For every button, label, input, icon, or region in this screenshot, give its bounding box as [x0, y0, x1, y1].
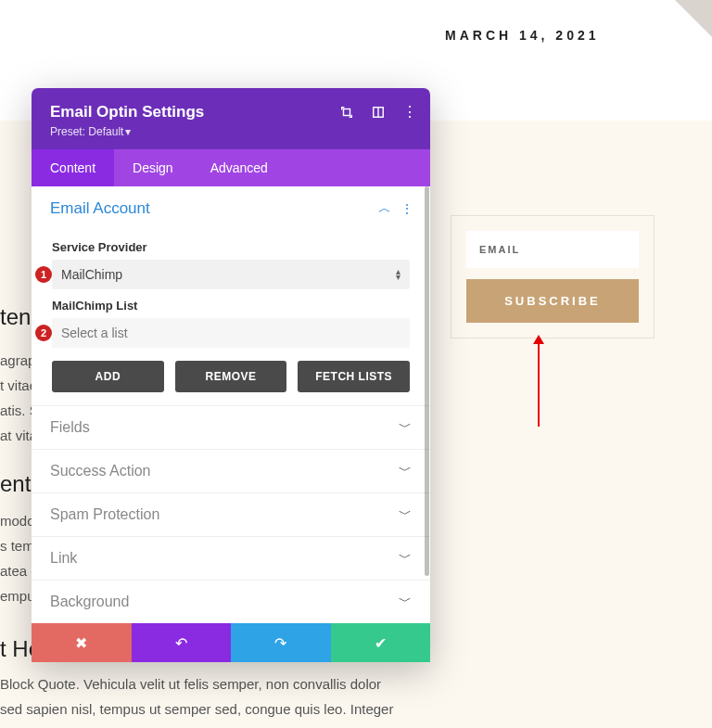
- tab-advanced[interactable]: Advanced: [192, 149, 286, 186]
- section-fields[interactable]: Fields ﹀: [32, 405, 430, 449]
- tab-content[interactable]: Content: [32, 149, 114, 186]
- subscribe-button[interactable]: SUBSCRIBE: [466, 279, 639, 323]
- undo-icon: ↶: [175, 634, 187, 652]
- caret-down-icon: ▾: [125, 125, 131, 138]
- undo-button[interactable]: ↶: [132, 623, 232, 662]
- service-provider-select[interactable]: MailChimp ▴▾: [52, 260, 410, 289]
- preset-name: Default: [88, 125, 123, 138]
- section-background[interactable]: Background ﹀: [32, 580, 430, 623]
- tab-design[interactable]: Design: [114, 149, 192, 186]
- panel-preset[interactable]: Preset: Default▾: [50, 125, 412, 138]
- subscribe-optin-box: EMAIL SUBSCRIBE: [451, 215, 655, 338]
- panel-tabs: Content Design Advanced: [32, 149, 430, 186]
- chevron-down-icon: ﹀: [399, 419, 412, 436]
- mailchimp-list-select[interactable]: Select a list: [52, 318, 410, 348]
- annotation-badge-1: 1: [35, 266, 52, 283]
- select-sort-icon: ▴▾: [396, 269, 400, 280]
- service-provider-label: Service Provider: [52, 240, 410, 254]
- section-title: Link: [50, 550, 77, 567]
- email-account-content: Service Provider 1 MailChimp ▴▾ MailChim…: [32, 240, 430, 405]
- check-icon: ✔: [375, 634, 387, 652]
- cancel-button[interactable]: ✖: [32, 623, 132, 662]
- redo-button[interactable]: ↷: [231, 623, 331, 662]
- bg-para-3: Block Quote. Vehicula velit ut felis sem…: [0, 671, 528, 722]
- section-title: Background: [50, 594, 129, 610]
- section-email-account[interactable]: Email Account ︿ ⋮: [32, 186, 430, 231]
- section-title: Spam Protection: [50, 506, 159, 523]
- more-vertical-icon[interactable]: ⋮: [402, 105, 417, 120]
- section-title: Email Account: [50, 199, 150, 218]
- more-vertical-icon[interactable]: ⋮: [400, 201, 412, 216]
- chevron-down-icon: ﹀: [399, 506, 412, 523]
- panel-body: Email Account ︿ ⋮ Service Provider 1 Mai…: [32, 186, 430, 623]
- section-link[interactable]: Link ﹀: [32, 536, 430, 580]
- svg-rect-0: [344, 109, 350, 116]
- section-spam-protection[interactable]: Spam Protection ﹀: [32, 492, 430, 536]
- service-provider-value: MailChimp: [61, 267, 122, 282]
- mailchimp-list-value: Select a list: [61, 326, 128, 340]
- chevron-down-icon: ﹀: [399, 550, 412, 567]
- annotation-arrow: [538, 343, 540, 427]
- panel-header[interactable]: Email Optin Settings Preset: Default▾ ⋮: [32, 88, 430, 149]
- section-title: Success Action: [50, 463, 151, 479]
- panel-footer: ✖ ↶ ↷ ✔: [32, 623, 430, 662]
- chevron-down-icon: ﹀: [399, 594, 412, 610]
- close-icon: ✖: [75, 634, 87, 652]
- redo-icon: ↷: [274, 634, 286, 652]
- annotation-badge-2: 2: [35, 325, 52, 341]
- scrollbar[interactable]: [425, 186, 429, 576]
- section-title: Fields: [50, 419, 90, 436]
- remove-button[interactable]: REMOVE: [175, 361, 287, 392]
- preset-prefix: Preset:: [50, 125, 88, 138]
- expand-icon[interactable]: [339, 105, 354, 120]
- corner-fold-decoration: [675, 0, 712, 37]
- section-success-action[interactable]: Success Action ﹀: [32, 449, 430, 492]
- layout-icon[interactable]: [371, 105, 386, 120]
- chevron-up-icon: ︿: [378, 200, 391, 217]
- fetch-lists-button[interactable]: FETCH LISTS: [298, 361, 410, 392]
- add-button[interactable]: ADD: [52, 361, 164, 392]
- page-date: MARCH 14, 2021: [445, 28, 600, 43]
- settings-panel: Email Optin Settings Preset: Default▾ ⋮ …: [32, 88, 430, 662]
- save-button[interactable]: ✔: [331, 623, 431, 662]
- chevron-down-icon: ﹀: [399, 463, 412, 479]
- email-input[interactable]: EMAIL: [466, 231, 639, 268]
- mailchimp-list-label: MailChimp List: [52, 299, 410, 313]
